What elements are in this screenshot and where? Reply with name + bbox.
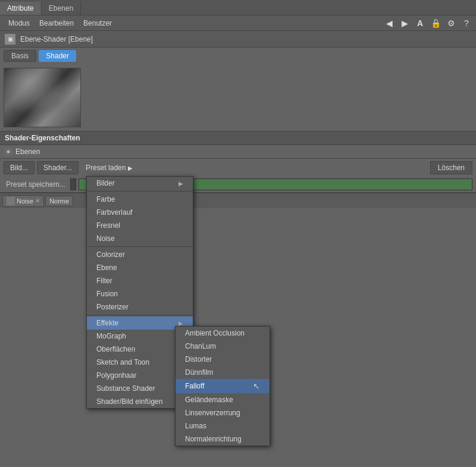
layer-tab-noise[interactable]: Noise ✕ bbox=[2, 195, 44, 207]
submenu-distorter[interactable]: Distorter bbox=[176, 353, 270, 366]
radio-ebenen-label: Ebenen bbox=[15, 148, 40, 156]
arrow-right-icon[interactable]: ▶ bbox=[399, 17, 411, 29]
menu-fresnel[interactable]: Fresnel bbox=[87, 219, 193, 232]
layer-tab-norme-label: Norme bbox=[49, 198, 69, 205]
separator-1 bbox=[87, 191, 193, 192]
submenu-chanlum[interactable]: ChanLum bbox=[176, 340, 270, 353]
menu-filter[interactable]: Filter bbox=[87, 274, 193, 287]
tab-bar: Attribute Ebenen bbox=[0, 0, 476, 15]
layer-tabs-row: Noise ✕ Norme bbox=[0, 193, 476, 208]
bild-button[interactable]: Bild... bbox=[4, 161, 35, 174]
menu-icons: ◀ ▶ A 🔒 ⚙ ? bbox=[383, 17, 472, 29]
radio-row: Ebenen bbox=[0, 145, 476, 158]
submenu-ambient-occlusion[interactable]: Ambient Occlusion bbox=[176, 327, 270, 340]
tab-basis[interactable]: Basis bbox=[4, 50, 36, 62]
preset-input-row: Preset speichern... bbox=[0, 177, 476, 192]
separator-2 bbox=[87, 246, 193, 247]
sub-tab-bar: Basis Shader bbox=[0, 48, 476, 64]
arrow-left-icon[interactable]: ◀ bbox=[383, 17, 395, 29]
tab-attribute[interactable]: Attribute bbox=[0, 2, 42, 15]
lock-icon[interactable]: 🔒 bbox=[430, 17, 441, 29]
menu-farbe[interactable]: Farbe bbox=[87, 193, 193, 206]
panel-icon: ▣ bbox=[5, 34, 15, 45]
layer-tab-noise-close[interactable]: ✕ bbox=[35, 198, 40, 204]
submenu-geländemaske[interactable]: Geländemaske bbox=[176, 393, 270, 406]
menu-colorizer[interactable]: Colorizer bbox=[87, 248, 193, 261]
tab-ebenen[interactable]: Ebenen bbox=[42, 2, 81, 15]
layer-tab-noise-label: Noise bbox=[17, 198, 33, 205]
tab-shader[interactable]: Shader bbox=[39, 50, 76, 62]
section-header: Shader-Eigenschaften bbox=[0, 131, 476, 145]
submenu-normalenrichtung[interactable]: Normalenrichtung bbox=[176, 432, 270, 446]
shader-button[interactable]: Shader... bbox=[37, 161, 79, 174]
submenu-linsenverzerrung[interactable]: Linsenverzerrung bbox=[176, 406, 270, 419]
settings-icon[interactable]: ⚙ bbox=[445, 17, 457, 29]
menu-benutzer[interactable]: Benutzer bbox=[79, 18, 117, 29]
submenu-lumas[interactable]: Lumas bbox=[176, 419, 270, 432]
preset-laden-item[interactable]: Preset laden ▶ bbox=[81, 162, 137, 173]
menu-fusion[interactable]: Fusion bbox=[87, 287, 193, 300]
effekte-submenu: Ambient Occlusion ChanLum Distorter Dünn… bbox=[175, 326, 270, 446]
radio-ebenen[interactable] bbox=[5, 148, 12, 155]
color-bar-indicator bbox=[70, 178, 76, 190]
preset-speichern-label: Preset speichern... bbox=[4, 180, 68, 189]
a-icon[interactable]: A bbox=[414, 17, 426, 29]
menu-bearbeiten[interactable]: Bearbeiten bbox=[35, 18, 79, 29]
preview-image bbox=[4, 68, 81, 127]
menu-ebene[interactable]: Ebene bbox=[87, 261, 193, 274]
preview-area bbox=[0, 64, 476, 131]
preset-laden-arrow: ▶ bbox=[128, 165, 133, 171]
submenu-falloff[interactable]: Falloff ↖ bbox=[176, 379, 270, 393]
panel-title-bar: ▣ Ebene-Shader [Ebene] bbox=[0, 31, 476, 48]
menu-modus[interactable]: Modus bbox=[4, 18, 35, 29]
help-icon[interactable]: ? bbox=[461, 17, 472, 29]
noise-icon bbox=[7, 197, 15, 205]
menu-farbverlauf[interactable]: Farbverlauf bbox=[87, 206, 193, 219]
submenu-dünnfilm[interactable]: Dünnfilm bbox=[176, 366, 270, 379]
loschen-button[interactable]: Löschen bbox=[430, 161, 472, 174]
menu-bilder[interactable]: Bilder ▶ bbox=[87, 177, 193, 190]
bilder-arrow: ▶ bbox=[178, 180, 183, 187]
separator-3 bbox=[87, 315, 193, 315]
effekte-arrow: ▶ bbox=[178, 320, 183, 327]
menu-bar: Modus Bearbeiten Benutzer ◀ ▶ A 🔒 ⚙ ? bbox=[0, 15, 476, 31]
menu-noise[interactable]: Noise bbox=[87, 232, 193, 245]
layer-tab-norme[interactable]: Norme bbox=[45, 196, 73, 206]
shader-button-row: Bild... Shader... Preset laden ▶ Löschen bbox=[0, 159, 476, 177]
menu-posterizer[interactable]: Posterizer bbox=[87, 300, 193, 314]
cursor-indicator: ↖ bbox=[253, 381, 260, 391]
panel-title-label: Ebene-Shader [Ebene] bbox=[20, 35, 93, 43]
